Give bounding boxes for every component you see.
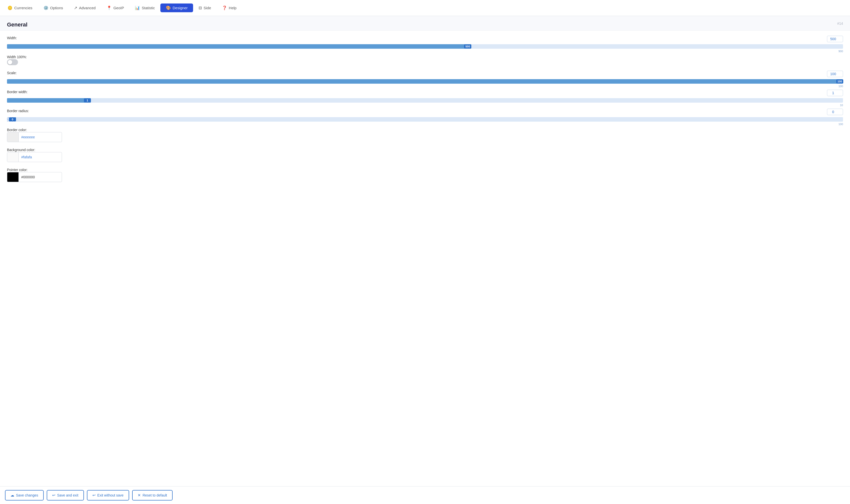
- scale-max-label: 100: [838, 85, 843, 88]
- scale-label: Scale:: [7, 71, 17, 75]
- width100-label: Width 100%:: [7, 55, 27, 59]
- advanced-icon: ↗: [74, 5, 77, 10]
- reset-to-default-label: Reset to default: [143, 493, 167, 497]
- nav-label-help: Help: [229, 6, 237, 10]
- pointer-color-wrap: [7, 172, 62, 182]
- width-slider-fill: 500: [7, 44, 471, 49]
- nav-label-advanced: Advanced: [79, 6, 96, 10]
- border-radius-max-label: 100: [838, 123, 843, 126]
- width100-toggle-wrap: [7, 59, 843, 65]
- side-icon: ⊟: [199, 5, 202, 10]
- nav-label-statistic: Statistic: [142, 6, 155, 10]
- save-and-exit-button[interactable]: ↩ Save and exit: [47, 490, 84, 501]
- border-width-max-label: 10: [840, 104, 843, 107]
- border-color-swatch[interactable]: [7, 132, 19, 142]
- width-input[interactable]: [827, 36, 843, 42]
- pointer-color-input[interactable]: [19, 175, 62, 179]
- border-width-input[interactable]: [827, 90, 843, 96]
- nav-label-side: Side: [203, 6, 211, 10]
- save-changes-label: Save changes: [16, 493, 38, 497]
- border-color-wrap: [7, 132, 62, 142]
- nav-item-advanced[interactable]: ↗ Advanced: [69, 3, 101, 12]
- background-color-input[interactable]: [19, 155, 62, 159]
- save-and-exit-label: Save and exit: [57, 493, 78, 497]
- nav-item-options[interactable]: ⚙️ Options: [38, 3, 69, 12]
- pointer-color-swatch[interactable]: [7, 172, 19, 182]
- background-color-label: Background color:: [7, 148, 35, 152]
- background-color-swatch[interactable]: [7, 152, 19, 162]
- nav-item-geoip[interactable]: 📍 GeoIP: [101, 3, 130, 12]
- width-slider-track[interactable]: 500 900: [7, 44, 843, 49]
- nav-item-side[interactable]: ⊟ Side: [193, 3, 217, 12]
- scale-input[interactable]: [827, 71, 843, 77]
- nav-label-currencies: Currencies: [14, 6, 33, 10]
- background-color-field: Background color:: [7, 148, 843, 162]
- border-width-slider-fill: 1: [7, 98, 91, 103]
- reset-to-default-button[interactable]: ✕ Reset to default: [132, 490, 173, 501]
- width-max-label: 900: [838, 50, 843, 53]
- scale-field: Scale: 100 100: [7, 71, 843, 84]
- border-color-label: Border color:: [7, 128, 27, 132]
- border-color-input[interactable]: [19, 135, 62, 139]
- nav-label-geoip: GeoIP: [113, 6, 124, 10]
- nav-label-options: Options: [50, 6, 63, 10]
- content-area: Width: 500 900 Width 100%: Scale:: [0, 31, 850, 213]
- page-id: #14: [837, 21, 843, 25]
- width-field: Width: 500 900: [7, 36, 843, 49]
- designer-icon: 🎨: [166, 5, 171, 10]
- border-radius-slider-thumb: 0: [9, 118, 16, 121]
- bottom-bar: ☁ Save changes ↩ Save and exit ↩ Exit wi…: [0, 486, 850, 504]
- width100-field: Width 100%:: [7, 55, 843, 65]
- page-title: General: [7, 21, 28, 28]
- statistic-icon: 📊: [135, 5, 140, 10]
- border-radius-input[interactable]: [827, 109, 843, 115]
- pointer-color-field: Pointer color:: [7, 167, 843, 182]
- width100-toggle[interactable]: [7, 59, 18, 65]
- border-radius-slider-track[interactable]: 0 100: [7, 117, 843, 122]
- save-changes-icon: ☁: [11, 493, 14, 498]
- width-slider-thumb: 500: [464, 44, 471, 49]
- border-color-field: Border color:: [7, 128, 843, 142]
- scale-slider-fill: 100: [7, 79, 843, 84]
- options-icon: ⚙️: [43, 5, 49, 10]
- exit-without-save-label: Exit without save: [97, 493, 124, 497]
- border-radius-label: Border radius:: [7, 109, 29, 113]
- scale-slider-thumb: 100: [836, 79, 843, 84]
- border-width-field: Border width: 1 10: [7, 90, 843, 103]
- currencies-icon: 🪙: [7, 5, 13, 10]
- nav-item-designer[interactable]: 🎨 Designer: [160, 3, 193, 12]
- exit-without-save-icon: ↩: [92, 493, 96, 498]
- border-width-slider-thumb: 1: [84, 98, 91, 103]
- help-icon: ❓: [222, 5, 227, 10]
- nav-item-help[interactable]: ❓ Help: [217, 3, 242, 12]
- nav-bar: 🪙 Currencies ⚙️ Options ↗ Advanced 📍 Geo…: [0, 0, 850, 16]
- nav-item-statistic[interactable]: 📊 Statistic: [129, 3, 160, 12]
- page-header: General #14: [0, 16, 850, 31]
- background-color-wrap: [7, 152, 62, 162]
- geoip-icon: 📍: [107, 5, 112, 10]
- save-and-exit-icon: ↩: [52, 493, 55, 498]
- main-content: Width: 500 900 Width 100%: Scale:: [0, 31, 850, 504]
- border-width-slider-track[interactable]: 1 10: [7, 98, 843, 103]
- reset-icon: ✕: [138, 493, 141, 498]
- scale-slider-track[interactable]: 100 100: [7, 79, 843, 84]
- width-label: Width:: [7, 36, 17, 40]
- border-width-label: Border width:: [7, 90, 28, 94]
- pointer-color-label: Pointer color:: [7, 168, 28, 172]
- exit-without-save-button[interactable]: ↩ Exit without save: [87, 490, 129, 501]
- nav-label-designer: Designer: [173, 6, 187, 10]
- border-radius-field: Border radius: 0 100: [7, 109, 843, 122]
- save-changes-button[interactable]: ☁ Save changes: [5, 490, 44, 501]
- nav-item-currencies[interactable]: 🪙 Currencies: [2, 3, 38, 12]
- border-radius-slider-fill: 0: [7, 117, 16, 122]
